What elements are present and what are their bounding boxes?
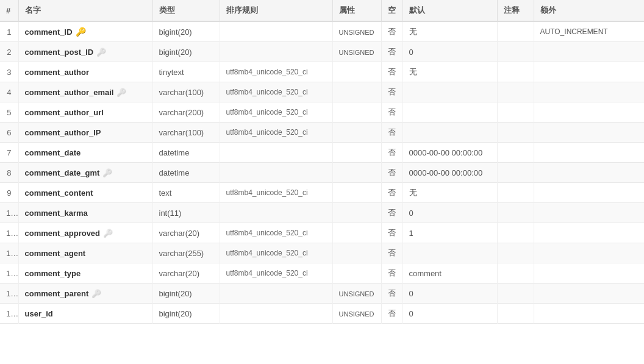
cell-null: 否 xyxy=(381,163,402,183)
cell-comment xyxy=(497,203,534,223)
cell-null: 否 xyxy=(381,183,402,203)
cell-type: bigint(20) xyxy=(152,21,220,42)
cell-null: 否 xyxy=(381,82,402,102)
cell-null: 否 xyxy=(381,123,402,143)
cell-collation xyxy=(220,42,332,62)
col-header-attr: 属性 xyxy=(332,0,381,21)
field-name: comment_parent xyxy=(25,289,89,298)
cell-name: comment_ID🔑 xyxy=(18,21,152,42)
field-name: comment_agent xyxy=(25,249,86,258)
unsigned-badge: UNSIGNED xyxy=(339,49,374,56)
cell-extra xyxy=(534,183,644,203)
cell-extra xyxy=(534,82,644,102)
cell-num: 13 xyxy=(0,263,18,284)
cell-extra xyxy=(534,243,644,263)
cell-type: varchar(200) xyxy=(152,102,220,123)
cell-type: tinytext xyxy=(152,62,220,82)
cell-attribute xyxy=(332,82,381,102)
cell-type: varchar(20) xyxy=(152,263,220,284)
cell-default: 0 xyxy=(402,284,497,304)
field-name: comment_author_email xyxy=(25,88,114,97)
cell-extra xyxy=(534,123,644,143)
table-row[interactable]: 6comment_author_IPvarchar(100)utf8mb4_un… xyxy=(0,123,644,143)
cell-num: 9 xyxy=(0,183,18,203)
table-row[interactable]: 12comment_agentvarchar(255)utf8mb4_unico… xyxy=(0,243,644,263)
cell-attribute: UNSIGNED xyxy=(332,304,381,324)
table-row[interactable]: 2comment_post_ID🔑bigint(20)UNSIGNED否0 xyxy=(0,42,644,62)
cell-collation: utf8mb4_unicode_520_ci xyxy=(220,123,332,143)
table-row[interactable]: 13comment_typevarchar(20)utf8mb4_unicode… xyxy=(0,263,644,284)
table-row[interactable]: 7comment_datedatetime否0000-00-00 00:00:0… xyxy=(0,143,644,163)
cell-null: 否 xyxy=(381,42,402,62)
cell-num: 15 xyxy=(0,304,18,324)
col-header-default: 默认 xyxy=(402,0,497,21)
cell-name: comment_author xyxy=(18,62,152,82)
cell-comment xyxy=(497,223,534,243)
cell-extra xyxy=(534,284,644,304)
table-row[interactable]: 10comment_karmaint(11)否0 xyxy=(0,203,644,223)
cell-num: 1 xyxy=(0,21,18,42)
cell-type: bigint(20) xyxy=(152,284,220,304)
table-row[interactable]: 8comment_date_gmt🔑datetime否0000-00-00 00… xyxy=(0,163,644,183)
cell-num: 4 xyxy=(0,82,18,102)
field-name: comment_approved xyxy=(25,229,101,238)
cell-name: comment_agent xyxy=(18,243,152,263)
field-name: comment_post_ID xyxy=(25,48,94,57)
cell-num: 11 xyxy=(0,223,18,243)
table-row[interactable]: 1comment_ID🔑bigint(20)UNSIGNED否无AUTO_INC… xyxy=(0,21,644,42)
cell-collation xyxy=(220,143,332,163)
field-name: user_id xyxy=(25,309,53,318)
cell-default: 0 xyxy=(402,304,497,324)
col-header-extra: 额外 xyxy=(534,0,644,21)
cell-num: 10 xyxy=(0,203,18,223)
cell-num: 7 xyxy=(0,143,18,163)
cell-attribute xyxy=(332,243,381,263)
field-name: comment_author_url xyxy=(25,108,104,117)
cell-attribute: UNSIGNED xyxy=(332,42,381,62)
cell-collation xyxy=(220,21,332,42)
cell-null: 否 xyxy=(381,284,402,304)
cell-name: comment_karma xyxy=(18,203,152,223)
cell-comment xyxy=(497,143,534,163)
table-row[interactable]: 15user_idbigint(20)UNSIGNED否0 xyxy=(0,304,644,324)
cell-default: 无 xyxy=(402,21,497,42)
table-row[interactable]: 14comment_parent🔑bigint(20)UNSIGNED否0 xyxy=(0,284,644,304)
cell-comment xyxy=(497,243,534,263)
cell-num: 14 xyxy=(0,284,18,304)
cell-null: 否 xyxy=(381,223,402,243)
cell-attribute xyxy=(332,183,381,203)
field-name: comment_author xyxy=(25,68,89,77)
key-icon: 🔑 xyxy=(102,168,112,177)
cell-comment xyxy=(497,62,534,82)
cell-type: datetime xyxy=(152,163,220,183)
cell-collation: utf8mb4_unicode_520_ci xyxy=(220,102,332,123)
cell-default xyxy=(402,123,497,143)
cell-name: user_id xyxy=(18,304,152,324)
cell-attribute xyxy=(332,123,381,143)
field-name: comment_date_gmt xyxy=(25,168,100,177)
cell-type: text xyxy=(152,183,220,203)
cell-type: int(11) xyxy=(152,203,220,223)
key-icon: 🔑 xyxy=(91,289,101,298)
cell-attribute xyxy=(332,163,381,183)
cell-name: comment_date xyxy=(18,143,152,163)
cell-default xyxy=(402,243,497,263)
cell-default xyxy=(402,102,497,123)
table-row[interactable]: 11comment_approved🔑varchar(20)utf8mb4_un… xyxy=(0,223,644,243)
cell-name: comment_author_IP xyxy=(18,123,152,143)
col-header-name: 名字 xyxy=(18,0,152,21)
cell-default: 1 xyxy=(402,223,497,243)
cell-type: bigint(20) xyxy=(152,304,220,324)
cell-null: 否 xyxy=(381,263,402,284)
cell-extra xyxy=(534,163,644,183)
cell-comment xyxy=(497,102,534,123)
table-row[interactable]: 5comment_author_urlvarchar(200)utf8mb4_u… xyxy=(0,102,644,123)
cell-extra xyxy=(534,223,644,243)
cell-comment xyxy=(497,42,534,62)
table-row[interactable]: 4comment_author_email🔑varchar(100)utf8mb… xyxy=(0,82,644,102)
cell-type: bigint(20) xyxy=(152,42,220,62)
cell-collation: utf8mb4_unicode_520_ci xyxy=(220,82,332,102)
table-row[interactable]: 3comment_authortinytextutf8mb4_unicode_5… xyxy=(0,62,644,82)
cell-comment xyxy=(497,304,534,324)
table-row[interactable]: 9comment_contenttextutf8mb4_unicode_520_… xyxy=(0,183,644,203)
